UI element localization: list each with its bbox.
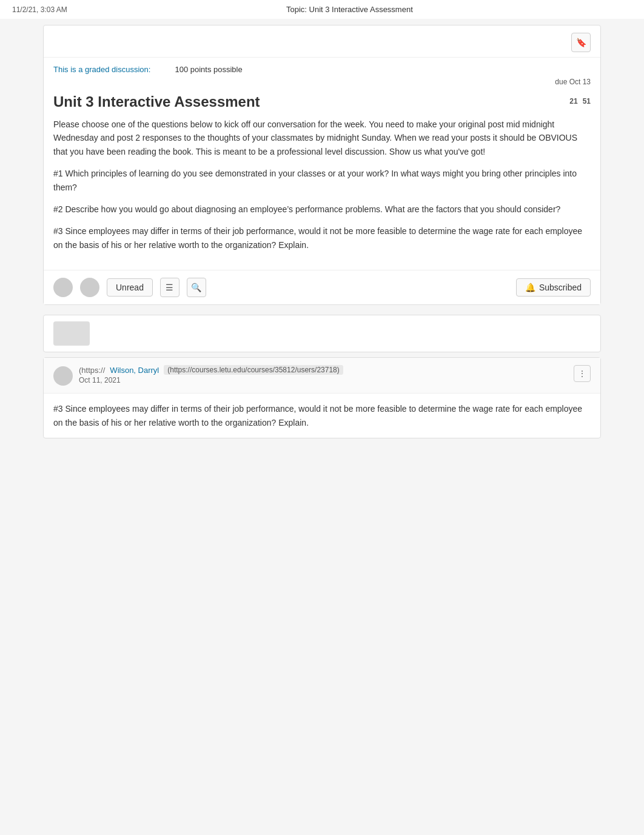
reply-body: #3 Since employees may differ in terms o… — [44, 394, 600, 438]
unread-button[interactable]: Unread — [107, 278, 153, 297]
subscribed-button[interactable]: 🔔 Subscribed — [516, 278, 591, 297]
reply-text: #3 Since employees may differ in terms o… — [53, 402, 591, 429]
graded-label: This is a graded discussion: — [53, 65, 150, 74]
top-bar: 11/2/21, 3:03 AM Topic: Unit 3 Interacti… — [0, 0, 644, 19]
card-header: 🔖 — [44, 25, 600, 58]
reply-date: Oct 11, 2021 — [79, 376, 568, 384]
filter-icon: ☰ — [166, 283, 173, 292]
timestamp: 11/2/21, 3:03 AM — [12, 5, 67, 14]
avatar-2 — [80, 278, 99, 297]
search-icon-button[interactable]: 🔍 — [187, 278, 206, 297]
reply-author-name: Wilson, Darryl — [110, 366, 159, 375]
search-icon: 🔍 — [191, 283, 201, 292]
graded-row: This is a graded discussion: 100 points … — [44, 58, 600, 76]
due-date: due Oct 13 — [44, 76, 600, 89]
avatar-group-placeholder — [53, 321, 90, 346]
main-content: 🔖 This is a graded discussion: 100 point… — [31, 19, 613, 460]
stat-views: 51 — [583, 97, 591, 106]
body-question-2: #2 Describe how you would go about diagn… — [53, 203, 591, 216]
avatar-bar — [43, 315, 601, 352]
filter-icon-button[interactable]: ☰ — [160, 278, 179, 297]
body-paragraph-1: Please choose one of the questions below… — [53, 118, 591, 158]
reply-card: (https:// Wilson, Darryl (https://course… — [43, 357, 601, 438]
actions-bar: Unread ☰ 🔍 🔔 Subscribed — [44, 270, 600, 304]
discussion-card: 🔖 This is a graded discussion: 100 point… — [43, 25, 601, 305]
reply-header: (https:// Wilson, Darryl (https://course… — [44, 358, 600, 394]
points-label: 100 points possible — [175, 65, 242, 74]
discussion-title-row: Unit 3 Interactive Assessment 21 51 — [44, 89, 600, 113]
reply-author-info: (https:// Wilson, Darryl (https://course… — [79, 365, 568, 384]
reply-options-button[interactable]: ⋮ — [574, 365, 591, 382]
discussion-title-text: Unit 3 Interactive Assessment — [53, 93, 260, 110]
discussion-body: Please choose one of the questions below… — [44, 113, 600, 270]
bookmark-button[interactable]: 🔖 — [571, 33, 591, 52]
reply-url-short: (https:// — [79, 366, 105, 375]
discussion-stats: 21 51 — [569, 93, 591, 106]
reply-avatar — [53, 366, 73, 386]
dots-icon: ⋮ — [579, 369, 586, 378]
stat-replies: 21 — [569, 97, 577, 106]
page-title: Topic: Unit 3 Interactive Assessment — [286, 5, 413, 14]
reply-author-row: (https:// Wilson, Darryl (https://course… — [79, 365, 568, 375]
avatar-1 — [53, 278, 73, 297]
subscribed-label: Subscribed — [539, 283, 582, 292]
body-question-3: #3 Since employees may differ in terms o… — [53, 224, 591, 252]
body-question-1: #1 Which principles of learning do you s… — [53, 167, 591, 194]
bell-icon: 🔔 — [525, 283, 535, 292]
reply-profile-url: (https://courses.letu.edu/courses/35812/… — [164, 365, 343, 375]
